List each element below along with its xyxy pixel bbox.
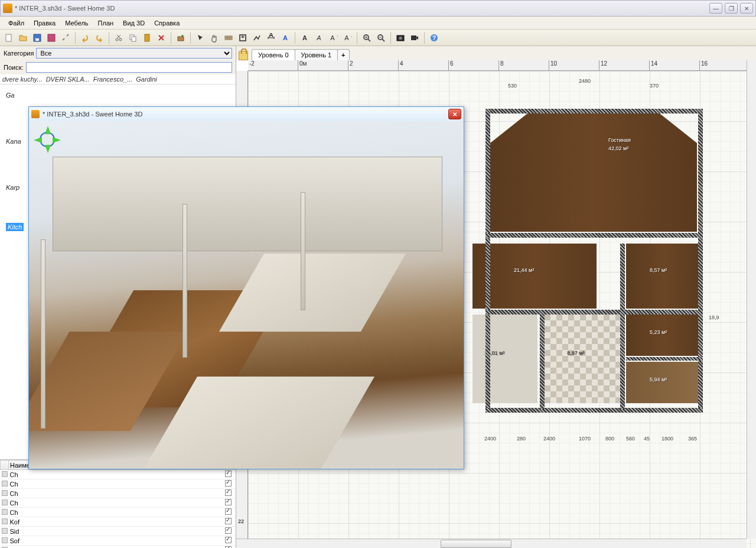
zoom-out-icon[interactable] [374,31,387,44]
svg-text:▼: ▼ [350,34,352,41]
ruler-tick: 6 [449,60,499,70]
select-tool-icon[interactable] [194,31,207,44]
svg-text:A: A [316,34,321,41]
preferences-icon[interactable] [59,31,72,44]
tab-level-0[interactable]: Уровень 0 [252,49,295,60]
close-button[interactable]: ✕ [740,3,753,14]
scroll-thumb[interactable] [441,540,511,548]
visibility-checkbox[interactable] [225,537,232,543]
delete-icon[interactable] [155,31,168,44]
undo-icon[interactable] [79,31,92,44]
pan-tool-icon[interactable] [208,31,221,44]
table-row[interactable]: Ch [1,479,236,489]
text-tool-icon[interactable]: A [279,31,292,44]
visibility-checkbox[interactable] [225,471,232,477]
table-row[interactable]: Sof [1,536,236,546]
catalog-item[interactable]: Ga [6,92,232,99]
paste-icon[interactable] [141,31,154,44]
category-select[interactable]: Все [36,48,232,59]
ruler-tick: 8 [499,60,549,70]
table-row[interactable]: Kof [1,517,236,527]
save-icon[interactable] [31,31,44,44]
toolbar: + A A A A A▲ A▼ ? [0,30,756,46]
open-file-icon[interactable] [17,31,30,44]
lock-icon[interactable] [239,51,248,60]
visibility-checkbox[interactable] [225,518,232,524]
level-tabs: Уровень 0 Уровень 1 + [236,46,756,60]
view-3d-close-button[interactable]: ✕ [448,109,461,119]
menu-help[interactable]: Справка [149,18,184,28]
compass-north-icon[interactable] [45,126,51,134]
text-italic-icon[interactable]: A [312,31,325,44]
visibility-checkbox[interactable] [225,480,232,487]
room[interactable] [545,314,621,403]
table-row[interactable]: Ch [1,498,236,508]
visibility-checkbox[interactable] [225,499,232,505]
catalog-tab[interactable]: Francesco_... [93,76,133,83]
zoom-in-icon[interactable] [360,31,373,44]
photo-icon[interactable] [394,31,407,44]
text-smaller-icon[interactable]: A▼ [341,31,354,44]
help-icon[interactable]: ? [428,31,441,44]
minimize-button[interactable]: — [709,3,722,14]
redo-icon[interactable] [93,31,106,44]
menu-plan[interactable]: План [93,18,119,28]
catalog-tab[interactable]: Gardini [136,76,157,83]
table-row[interactable]: Sid [1,527,236,536]
compass-east-icon[interactable] [53,137,61,143]
room[interactable] [626,362,703,403]
visibility-checkbox[interactable] [225,489,232,496]
tab-add-level[interactable]: + [337,49,349,60]
furniture-table[interactable]: Наимен ChChChChChKofSidSofUniVanbedCaGar… [0,459,236,548]
room-area: 21,44 м² [514,267,534,273]
room-tool-icon[interactable]: + [236,31,249,44]
text-bold-icon[interactable]: A [298,31,311,44]
room-living[interactable] [490,114,697,232]
room[interactable] [472,244,597,309]
svg-point-5 [119,38,122,41]
room[interactable] [472,314,537,403]
table-row[interactable]: Uni [1,546,236,549]
save-pack-icon[interactable] [45,31,58,44]
room[interactable] [626,244,703,309]
visibility-checkbox[interactable] [225,508,232,515]
compass-west-icon[interactable] [34,137,42,143]
view-3d-titlebar[interactable]: * INTER_3.sh3d - Sweet Home 3D ✕ [29,107,464,121]
table-row[interactable]: Ch [1,470,236,479]
video-icon[interactable] [408,31,421,44]
table-row[interactable]: Ch [1,489,236,498]
floor-plan[interactable]: 530 2480 370 Гостиная 42,02 м² 21,44 м² … [472,78,715,450]
view-3d-window[interactable]: * INTER_3.sh3d - Sweet Home 3D ✕ [28,106,464,469]
cut-icon[interactable] [112,31,125,44]
navigation-compass[interactable] [32,125,62,154]
app-icon [3,4,12,13]
add-furniture-icon[interactable] [174,31,187,44]
maximize-button[interactable]: ❐ [725,3,738,14]
copy-icon[interactable] [126,31,139,44]
dimension: 560 [626,436,635,442]
polyline-tool-icon[interactable] [250,31,263,44]
room[interactable] [626,314,703,356]
svg-rect-25 [411,35,416,40]
catalog-item-selected[interactable]: Kitch [6,223,24,231]
compass-south-icon[interactable] [45,145,51,153]
menu-file[interactable]: Файл [4,18,29,28]
table-row[interactable]: Ch [1,508,236,517]
scrollbar-vertical[interactable] [747,60,756,539]
view-3d-canvas[interactable] [29,121,464,469]
ruler-tick: -2 [248,60,298,70]
catalog-tab[interactable]: dvere kuchy... [2,76,43,83]
catalog-tab[interactable]: DVERI SKLA... [46,76,90,83]
menu-furniture[interactable]: Мебель [60,18,93,28]
wall-tool-icon[interactable] [222,31,235,44]
visibility-checkbox[interactable] [225,527,232,534]
new-file-icon[interactable] [2,31,15,44]
text-bigger-icon[interactable]: A▲ [327,31,340,44]
dimension-tool-icon[interactable]: A [265,31,278,44]
menu-3dview[interactable]: Вид 3D [118,18,149,28]
menu-edit[interactable]: Правка [29,18,60,28]
view-3d-title: * INTER_3.sh3d - Sweet Home 3D [43,111,448,118]
tab-level-1[interactable]: Уровень 1 [295,49,338,60]
scrollbar-horizontal[interactable] [236,539,747,548]
search-input[interactable] [26,62,232,73]
